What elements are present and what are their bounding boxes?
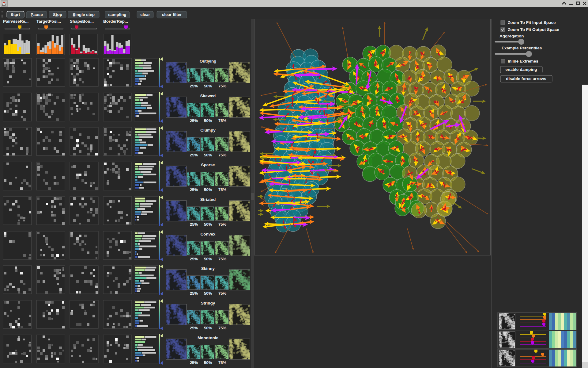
svg-text:25%: 25% (190, 360, 198, 365)
svg-text:75%: 75% (218, 360, 226, 365)
svg-text:50%: 50% (204, 153, 212, 157)
svg-text:50%: 50% (204, 187, 212, 192)
svg-text:50%: 50% (204, 84, 212, 88)
svg-text:25%: 25% (190, 291, 198, 296)
svg-text:Clumpy: Clumpy (200, 128, 216, 132)
svg-text:75%: 75% (218, 257, 226, 261)
svg-text:Stop: Stop (53, 12, 62, 17)
svg-text:50%: 50% (204, 326, 212, 330)
svg-text:Single step: Single step (73, 12, 95, 17)
svg-text:Zoom To Fit Input Space: Zoom To Fit Input Space (508, 20, 556, 25)
svg-text:clear filter: clear filter (162, 12, 182, 17)
svg-text:enable damping: enable damping (506, 67, 537, 72)
svg-text:75%: 75% (218, 153, 226, 157)
svg-text:50%: 50% (204, 222, 212, 227)
svg-text:50%: 50% (204, 118, 212, 123)
svg-text:Skewed: Skewed (200, 94, 216, 98)
svg-text:50%: 50% (204, 360, 212, 365)
svg-text:50%: 50% (204, 257, 212, 261)
svg-text:25%: 25% (190, 84, 198, 88)
svg-text:Sparse: Sparse (201, 163, 215, 167)
svg-text:Inline Extremes: Inline Extremes (508, 59, 538, 63)
svg-text:TargetPosi...: TargetPosi... (36, 19, 61, 24)
svg-text:Start: Start (11, 12, 20, 17)
svg-text:25%: 25% (190, 187, 198, 192)
svg-text:Stringy: Stringy (201, 301, 215, 305)
svg-text:Zoom To Fit Output Space: Zoom To Fit Output Space (508, 27, 559, 32)
svg-text:25%: 25% (190, 326, 198, 330)
svg-text:Pause: Pause (31, 12, 43, 17)
svg-text:disable force arrows: disable force arrows (506, 76, 546, 81)
svg-text:75%: 75% (218, 326, 226, 330)
svg-text:75%: 75% (218, 291, 226, 296)
svg-text:PairwiseRe...: PairwiseRe... (3, 19, 28, 24)
svg-text:BorderRep...: BorderRep... (103, 19, 128, 24)
svg-text:75%: 75% (218, 187, 226, 192)
svg-text:25%: 25% (190, 118, 198, 123)
svg-text:75%: 75% (218, 222, 226, 227)
svg-text:ShapeBou...: ShapeBou... (70, 19, 94, 24)
svg-text:25%: 25% (190, 153, 198, 157)
svg-text:Example Percentiles: Example Percentiles (502, 46, 542, 50)
svg-text:sampling: sampling (108, 12, 126, 17)
svg-text:Aggregation: Aggregation (499, 34, 524, 38)
svg-text:50%: 50% (204, 291, 212, 296)
svg-text:25%: 25% (190, 257, 198, 261)
svg-text:clear: clear (140, 12, 150, 17)
svg-text:Striated: Striated (200, 197, 216, 202)
svg-text:Outlying: Outlying (200, 59, 217, 63)
svg-text:Convex: Convex (201, 232, 216, 236)
svg-text:25%: 25% (190, 222, 198, 227)
svg-text:75%: 75% (218, 118, 226, 123)
svg-text:Monotonic: Monotonic (198, 335, 219, 340)
svg-text:75%: 75% (218, 84, 226, 88)
svg-text:Skinny: Skinny (201, 266, 215, 271)
